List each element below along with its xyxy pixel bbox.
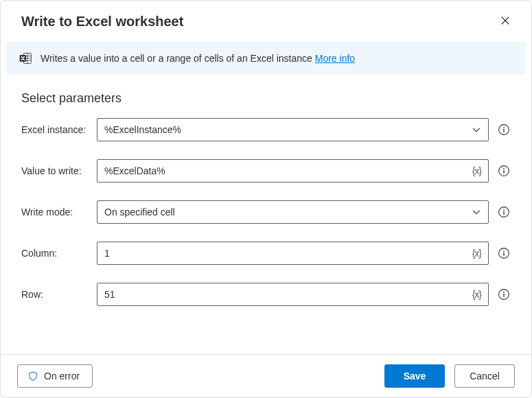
dialog-title: Write to Excel worksheet [21, 14, 183, 30]
info-banner-description: Writes a value into a cell or a range of… [41, 53, 315, 64]
variable-picker-icon[interactable]: {x} [472, 248, 481, 259]
value-to-write-input[interactable]: %ExcelData% {x} [97, 159, 489, 183]
value-to-write-row: Value to write: %ExcelData% {x} [21, 159, 511, 183]
value-to-write-info-icon[interactable] [497, 164, 511, 178]
parameters-section: Select parameters Excel instance: %Excel… [1, 75, 531, 354]
dialog-header: Write to Excel worksheet [1, 1, 531, 42]
svg-point-19 [503, 292, 505, 293]
row-input[interactable]: 51 {x} [97, 283, 489, 306]
svg-rect-17 [503, 253, 504, 256]
svg-rect-20 [503, 294, 504, 297]
row-value: 51 [104, 289, 467, 300]
value-to-write-value: %ExcelData% [104, 165, 467, 176]
write-mode-dropdown[interactable]: On specified cell [97, 200, 489, 224]
row-label: Row: [21, 289, 97, 300]
cancel-label: Cancel [470, 371, 500, 382]
svg-rect-8 [503, 129, 504, 132]
dialog-footer: On error Save Cancel [1, 354, 531, 397]
info-banner-text: Writes a value into a cell or a range of… [41, 53, 355, 64]
save-button[interactable]: Save [384, 364, 445, 388]
column-value: 1 [104, 248, 467, 259]
excel-icon [19, 51, 32, 65]
chevron-down-icon [472, 207, 481, 217]
parameters-title: Select parameters [21, 91, 511, 106]
row-row: Row: 51 {x} [21, 283, 511, 306]
close-icon [500, 16, 510, 27]
svg-rect-14 [503, 211, 504, 215]
on-error-button[interactable]: On error [17, 364, 93, 388]
more-info-link[interactable]: More info [315, 53, 355, 64]
cancel-button[interactable]: Cancel [454, 364, 515, 388]
row-info-icon[interactable] [497, 288, 511, 301]
write-mode-info-icon[interactable] [497, 205, 511, 219]
write-mode-label: Write mode: [21, 207, 97, 218]
excel-instance-value: %ExcelInstance% [104, 124, 466, 135]
column-row: Column: 1 {x} [21, 242, 511, 265]
info-banner: Writes a value into a cell or a range of… [6, 42, 526, 75]
column-info-icon[interactable] [497, 246, 511, 260]
excel-instance-row: Excel instance: %ExcelInstance% [21, 118, 511, 141]
write-mode-value: On specified cell [104, 207, 466, 218]
svg-point-10 [503, 168, 505, 169]
write-mode-row: Write mode: On specified cell [21, 200, 511, 224]
svg-point-16 [503, 250, 505, 252]
column-input[interactable]: 1 {x} [97, 242, 489, 265]
svg-rect-11 [503, 170, 504, 174]
chevron-down-icon [472, 125, 481, 134]
svg-point-13 [503, 209, 505, 211]
variable-picker-icon[interactable]: {x} [472, 165, 481, 176]
variable-picker-icon[interactable]: {x} [472, 289, 481, 300]
excel-instance-label: Excel instance: [21, 124, 97, 135]
svg-point-7 [503, 127, 505, 128]
value-to-write-label: Value to write: [21, 165, 97, 176]
shield-icon [27, 371, 38, 382]
column-label: Column: [21, 248, 97, 259]
excel-instance-info-icon[interactable] [497, 123, 511, 137]
excel-instance-dropdown[interactable]: %ExcelInstance% [97, 118, 489, 141]
save-label: Save [404, 371, 426, 382]
on-error-label: On error [44, 371, 80, 382]
close-button[interactable] [494, 10, 516, 32]
